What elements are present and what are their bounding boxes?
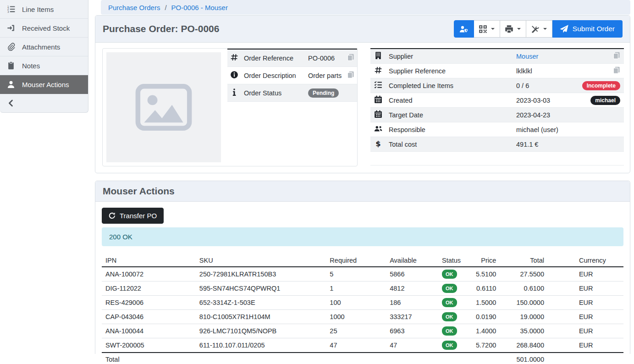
image-placeholder xyxy=(106,52,221,162)
detail-row xyxy=(370,152,624,165)
detail-row: Order ReferencePO-0006 xyxy=(227,49,357,67)
user-permissions-button[interactable] xyxy=(454,20,474,38)
cell-sku: 611-110.107.011/0205 xyxy=(196,338,326,353)
purchase-order-panel-body: Order ReferencePO-0006Order DescriptionO… xyxy=(95,43,630,173)
column-header-status: Status xyxy=(438,254,469,267)
detail-value: PO-0006 xyxy=(305,49,344,67)
sidebar-item-label: Notes xyxy=(22,62,40,70)
print-menu-button[interactable] xyxy=(500,20,526,38)
chevron-left-icon xyxy=(7,99,15,107)
detail-label: Order Reference xyxy=(241,49,305,67)
copy-button[interactable] xyxy=(613,66,620,75)
cell-total: 150.0000 xyxy=(500,296,548,310)
supplier-link[interactable]: Mouser xyxy=(516,53,538,60)
empty-cell xyxy=(386,152,513,165)
header-toolbar: Submit Order xyxy=(454,20,623,38)
barcode-menu-button[interactable] xyxy=(474,20,500,38)
calendar-icon xyxy=(374,110,382,118)
cell-price: 5.5100 xyxy=(469,267,500,281)
detail-icon-cell xyxy=(227,84,241,102)
hashtag-icon xyxy=(230,53,238,61)
ok-badge: OK xyxy=(442,270,457,279)
paper-plane-icon xyxy=(560,25,568,33)
calendar-icon xyxy=(374,95,382,104)
svg-text:$: $ xyxy=(375,139,380,148)
cell-available: 47 xyxy=(386,338,438,353)
cell-price: 1.4000 xyxy=(469,324,500,338)
submit-order-button[interactable]: Submit Order xyxy=(552,20,623,38)
table-row: CAP-043046810-C1005X7R1H104M1000333217OK… xyxy=(102,310,623,324)
cell-price: 0.0190 xyxy=(469,310,500,324)
cell-status: OK xyxy=(438,296,469,310)
detail-icon-cell xyxy=(370,108,386,122)
cell-sku: 652-3314Z-1-503E xyxy=(196,296,326,310)
cell-ipn: CAP-043046 xyxy=(102,310,196,324)
detail-extra-cell xyxy=(573,64,624,78)
cell-currency: EUR xyxy=(548,338,623,353)
sidebar-item-label: Line Items xyxy=(22,6,54,13)
empty-cell xyxy=(370,152,386,165)
sidebar-item-line-items[interactable]: 123 Line Items xyxy=(0,0,88,19)
image-icon xyxy=(134,83,193,131)
ok-badge: OK xyxy=(442,312,457,321)
ok-badge: OK xyxy=(442,298,457,307)
detail-value: 491.1 € xyxy=(513,137,573,152)
detail-value: 0 / 6 xyxy=(513,78,573,93)
tools-icon xyxy=(531,25,540,33)
breadcrumb-link-purchase-orders[interactable]: Purchase Orders xyxy=(108,4,160,11)
sidebar-item-label: Mouser Actions xyxy=(22,81,69,88)
cell-status: OK xyxy=(438,338,469,353)
cell-sku: 926-LMC7101QM5/NOPB xyxy=(196,324,326,338)
cell-status: OK xyxy=(438,267,469,281)
detail-value: lklklkl xyxy=(513,64,573,78)
sidebar-item-received-stock[interactable]: Received Stock xyxy=(0,19,88,38)
order-actions-menu-button[interactable] xyxy=(526,20,552,38)
detail-extra-cell xyxy=(573,122,624,137)
column-header-currency: Currency xyxy=(548,254,623,267)
cell-total: 268.8400 xyxy=(500,338,548,353)
breadcrumb-link-current[interactable]: PO-0006 - Mouser xyxy=(171,4,228,11)
printer-icon xyxy=(505,25,513,33)
detail-icon-cell xyxy=(370,93,386,108)
sidebar-item-mouser-actions[interactable]: Mouser Actions xyxy=(0,75,88,94)
cell-currency: EUR xyxy=(548,296,623,310)
transfer-po-button[interactable]: Transfer PO xyxy=(102,208,164,224)
copy-button[interactable] xyxy=(347,54,354,62)
user-shield-icon xyxy=(459,25,468,33)
cell-available: 333217 xyxy=(386,310,438,324)
detail-value: 2023-04-23 xyxy=(513,108,573,122)
clipboard-icon xyxy=(7,61,15,70)
status-alert: 200 OK xyxy=(102,227,623,246)
detail-label: Target Date xyxy=(386,108,513,122)
cell-required: 47 xyxy=(326,338,386,353)
order-status-badge: Pending xyxy=(308,88,339,98)
info-circle-icon xyxy=(230,71,238,79)
cell-status: OK xyxy=(438,281,469,296)
detail-extra-cell xyxy=(344,67,357,84)
cell-required: 5 xyxy=(326,267,386,281)
cell-total: 35.0000 xyxy=(500,324,548,338)
table-row: SWT-200005611-110.107.011/02054747OK5.72… xyxy=(102,338,623,353)
column-header-total: Total xyxy=(500,254,548,267)
copy-button[interactable] xyxy=(613,52,620,61)
cell-available: 4812 xyxy=(386,281,438,296)
submit-order-label: Submit Order xyxy=(573,25,615,33)
cell-available: 5866 xyxy=(386,267,438,281)
copy-icon xyxy=(613,52,620,59)
cell-required: 1 xyxy=(326,281,386,296)
detail-label: Completed Line Items xyxy=(386,78,513,93)
page-title: Purchase Order: PO-0006 xyxy=(103,23,219,34)
sidebar-item-notes[interactable]: Notes xyxy=(0,56,88,75)
copy-button[interactable] xyxy=(347,71,354,80)
detail-value: Mouser xyxy=(513,49,573,64)
detail-extra-cell: michael xyxy=(573,93,624,108)
cell-currency: EUR xyxy=(548,281,623,296)
cell-sku: 595-SN74HCS74QPWRQ1 xyxy=(196,281,326,296)
detail-value: 2023-03-03 xyxy=(513,93,573,108)
chevron-down-icon xyxy=(491,28,495,32)
detail-icon-cell xyxy=(227,49,241,67)
users-icon xyxy=(374,125,382,133)
sidebar-collapse-button[interactable] xyxy=(0,94,88,112)
cell-ipn: SWT-200005 xyxy=(102,338,196,353)
sidebar-item-attachments[interactable]: Attachments xyxy=(0,38,88,56)
